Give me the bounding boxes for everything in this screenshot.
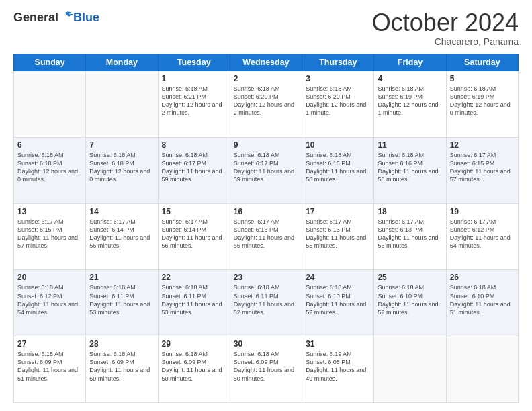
day-info: Sunrise: 6:18 AM Sunset: 6:09 PM Dayligh… bbox=[234, 350, 298, 383]
day-number: 8 bbox=[162, 140, 226, 150]
day-number: 11 bbox=[378, 140, 442, 150]
calendar-day-cell: 2Sunrise: 6:18 AM Sunset: 6:20 PM Daylig… bbox=[230, 71, 302, 138]
page: General Blue October 2024 Chacarero, Pan… bbox=[0, 0, 532, 411]
weekday-header-friday: Friday bbox=[374, 54, 446, 71]
calendar-day-cell: 16Sunrise: 6:17 AM Sunset: 6:13 PM Dayli… bbox=[230, 203, 302, 270]
calendar-day-cell: 24Sunrise: 6:18 AM Sunset: 6:10 PM Dayli… bbox=[302, 270, 374, 336]
logo: General Blue bbox=[13, 11, 99, 25]
calendar-day-cell: 30Sunrise: 6:18 AM Sunset: 6:09 PM Dayli… bbox=[230, 336, 302, 403]
day-info: Sunrise: 6:18 AM Sunset: 6:17 PM Dayligh… bbox=[162, 151, 226, 184]
calendar-day-cell: 13Sunrise: 6:17 AM Sunset: 6:15 PM Dayli… bbox=[14, 203, 86, 270]
day-info: Sunrise: 6:17 AM Sunset: 6:15 PM Dayligh… bbox=[450, 151, 515, 184]
calendar-week-row: 1Sunrise: 6:18 AM Sunset: 6:21 PM Daylig… bbox=[14, 71, 519, 138]
calendar-day-cell: 7Sunrise: 6:18 AM Sunset: 6:18 PM Daylig… bbox=[86, 137, 158, 203]
logo-bird-icon bbox=[60, 10, 73, 24]
day-info: Sunrise: 6:17 AM Sunset: 6:13 PM Dayligh… bbox=[234, 218, 298, 250]
day-info: Sunrise: 6:19 AM Sunset: 6:08 PM Dayligh… bbox=[306, 350, 370, 383]
day-number: 17 bbox=[306, 207, 370, 216]
calendar-day-cell: 22Sunrise: 6:18 AM Sunset: 6:11 PM Dayli… bbox=[158, 270, 230, 336]
day-number: 31 bbox=[306, 339, 370, 349]
logo-general-text: General bbox=[13, 11, 58, 25]
calendar-week-row: 6Sunrise: 6:18 AM Sunset: 6:18 PM Daylig… bbox=[14, 137, 519, 203]
calendar-day-cell: 21Sunrise: 6:18 AM Sunset: 6:11 PM Dayli… bbox=[86, 270, 158, 336]
day-info: Sunrise: 6:17 AM Sunset: 6:14 PM Dayligh… bbox=[162, 218, 226, 250]
day-info: Sunrise: 6:18 AM Sunset: 6:16 PM Dayligh… bbox=[306, 151, 370, 184]
calendar-day-cell: 27Sunrise: 6:18 AM Sunset: 6:09 PM Dayli… bbox=[14, 336, 86, 403]
day-info: Sunrise: 6:18 AM Sunset: 6:10 PM Dayligh… bbox=[378, 283, 442, 316]
day-number: 2 bbox=[234, 74, 298, 83]
day-number: 16 bbox=[234, 207, 298, 216]
calendar-day-cell: 3Sunrise: 6:18 AM Sunset: 6:20 PM Daylig… bbox=[302, 71, 374, 138]
calendar-day-cell: 15Sunrise: 6:17 AM Sunset: 6:14 PM Dayli… bbox=[158, 203, 230, 270]
day-number: 20 bbox=[17, 273, 82, 282]
day-number: 30 bbox=[234, 339, 298, 349]
calendar-day-cell: 31Sunrise: 6:19 AM Sunset: 6:08 PM Dayli… bbox=[302, 336, 374, 403]
day-info: Sunrise: 6:17 AM Sunset: 6:12 PM Dayligh… bbox=[450, 218, 515, 250]
day-info: Sunrise: 6:18 AM Sunset: 6:11 PM Dayligh… bbox=[234, 283, 298, 316]
calendar-day-cell: 20Sunrise: 6:18 AM Sunset: 6:12 PM Dayli… bbox=[14, 270, 86, 336]
calendar-day-cell bbox=[14, 71, 86, 138]
calendar-day-cell bbox=[446, 336, 518, 403]
calendar-day-cell: 18Sunrise: 6:17 AM Sunset: 6:13 PM Dayli… bbox=[374, 203, 446, 270]
day-number: 4 bbox=[378, 74, 442, 83]
calendar-day-cell: 12Sunrise: 6:17 AM Sunset: 6:15 PM Dayli… bbox=[446, 137, 518, 203]
weekday-header-sunday: Sunday bbox=[14, 54, 86, 71]
day-info: Sunrise: 6:18 AM Sunset: 6:09 PM Dayligh… bbox=[17, 350, 82, 383]
month-title: October 2024 bbox=[372, 11, 519, 35]
day-info: Sunrise: 6:17 AM Sunset: 6:13 PM Dayligh… bbox=[306, 218, 370, 250]
day-info: Sunrise: 6:18 AM Sunset: 6:19 PM Dayligh… bbox=[378, 85, 442, 118]
day-number: 21 bbox=[89, 273, 154, 282]
calendar-day-cell bbox=[86, 71, 158, 138]
header: General Blue October 2024 Chacarero, Pan… bbox=[13, 11, 519, 47]
day-number: 14 bbox=[89, 207, 154, 216]
calendar-day-cell: 17Sunrise: 6:17 AM Sunset: 6:13 PM Dayli… bbox=[302, 203, 374, 270]
day-number: 5 bbox=[450, 74, 515, 83]
weekday-header-tuesday: Tuesday bbox=[158, 54, 230, 71]
day-number: 10 bbox=[306, 140, 370, 150]
day-number: 1 bbox=[162, 74, 226, 83]
day-number: 19 bbox=[450, 207, 515, 216]
day-number: 27 bbox=[17, 339, 82, 349]
calendar-day-cell: 25Sunrise: 6:18 AM Sunset: 6:10 PM Dayli… bbox=[374, 270, 446, 336]
day-number: 24 bbox=[306, 273, 370, 282]
day-info: Sunrise: 6:18 AM Sunset: 6:21 PM Dayligh… bbox=[162, 85, 226, 118]
day-info: Sunrise: 6:18 AM Sunset: 6:16 PM Dayligh… bbox=[378, 151, 442, 184]
day-info: Sunrise: 6:18 AM Sunset: 6:09 PM Dayligh… bbox=[162, 350, 226, 383]
day-info: Sunrise: 6:18 AM Sunset: 6:18 PM Dayligh… bbox=[17, 151, 82, 184]
weekday-header-row: SundayMondayTuesdayWednesdayThursdayFrid… bbox=[14, 54, 519, 71]
day-number: 15 bbox=[162, 207, 226, 216]
logo-blue-text: Blue bbox=[73, 11, 99, 25]
weekday-header-saturday: Saturday bbox=[446, 54, 518, 71]
day-number: 12 bbox=[450, 140, 515, 150]
calendar-day-cell: 9Sunrise: 6:18 AM Sunset: 6:17 PM Daylig… bbox=[230, 137, 302, 203]
weekday-header-wednesday: Wednesday bbox=[230, 54, 302, 71]
day-info: Sunrise: 6:18 AM Sunset: 6:10 PM Dayligh… bbox=[450, 283, 515, 316]
day-info: Sunrise: 6:17 AM Sunset: 6:15 PM Dayligh… bbox=[17, 218, 82, 250]
day-info: Sunrise: 6:18 AM Sunset: 6:18 PM Dayligh… bbox=[89, 151, 154, 184]
day-number: 26 bbox=[450, 273, 515, 282]
day-number: 3 bbox=[306, 74, 370, 83]
calendar-day-cell: 14Sunrise: 6:17 AM Sunset: 6:14 PM Dayli… bbox=[86, 203, 158, 270]
day-info: Sunrise: 6:18 AM Sunset: 6:09 PM Dayligh… bbox=[89, 350, 154, 383]
day-info: Sunrise: 6:17 AM Sunset: 6:13 PM Dayligh… bbox=[378, 218, 442, 250]
day-info: Sunrise: 6:18 AM Sunset: 6:10 PM Dayligh… bbox=[306, 283, 370, 316]
calendar-week-row: 13Sunrise: 6:17 AM Sunset: 6:15 PM Dayli… bbox=[14, 203, 519, 270]
calendar-day-cell: 11Sunrise: 6:18 AM Sunset: 6:16 PM Dayli… bbox=[374, 137, 446, 203]
day-number: 23 bbox=[234, 273, 298, 282]
day-info: Sunrise: 6:18 AM Sunset: 6:11 PM Dayligh… bbox=[89, 283, 154, 316]
calendar-week-row: 27Sunrise: 6:18 AM Sunset: 6:09 PM Dayli… bbox=[14, 336, 519, 403]
day-number: 9 bbox=[234, 140, 298, 150]
calendar-day-cell: 29Sunrise: 6:18 AM Sunset: 6:09 PM Dayli… bbox=[158, 336, 230, 403]
day-number: 25 bbox=[378, 273, 442, 282]
day-info: Sunrise: 6:18 AM Sunset: 6:20 PM Dayligh… bbox=[234, 85, 298, 118]
weekday-header-thursday: Thursday bbox=[302, 54, 374, 71]
day-info: Sunrise: 6:18 AM Sunset: 6:19 PM Dayligh… bbox=[450, 85, 515, 118]
day-number: 13 bbox=[17, 207, 82, 216]
day-info: Sunrise: 6:18 AM Sunset: 6:20 PM Dayligh… bbox=[306, 85, 370, 118]
day-info: Sunrise: 6:17 AM Sunset: 6:14 PM Dayligh… bbox=[89, 218, 154, 250]
calendar-day-cell: 23Sunrise: 6:18 AM Sunset: 6:11 PM Dayli… bbox=[230, 270, 302, 336]
weekday-header-monday: Monday bbox=[86, 54, 158, 71]
calendar-week-row: 20Sunrise: 6:18 AM Sunset: 6:12 PM Dayli… bbox=[14, 270, 519, 336]
day-number: 18 bbox=[378, 207, 442, 216]
location-subtitle: Chacarero, Panama bbox=[372, 36, 519, 47]
